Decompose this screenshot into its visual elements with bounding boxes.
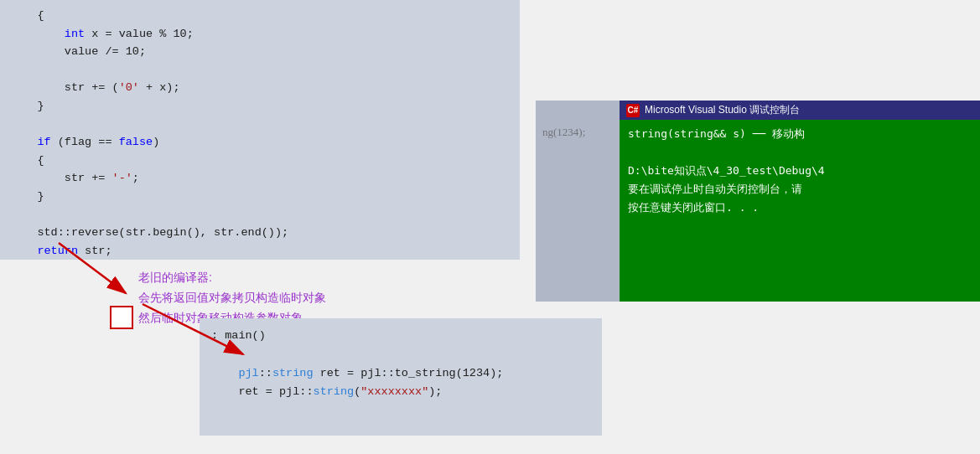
- console-title: Microsoft Visual Studio 调试控制台: [645, 103, 800, 117]
- code-line: str += '-';: [10, 169, 510, 188]
- code-line-bottom: [211, 345, 590, 364]
- code-line: std::reverse(str.begin(), str.end());: [10, 224, 510, 242]
- code-line: value /= 10;: [10, 43, 510, 61]
- console-line-5: 按任意键关闭此窗口. . .: [628, 199, 972, 217]
- console-gray-left: ng(1234);: [536, 101, 620, 302]
- console-line-4: 要在调试停止时自动关闭控制台，请: [628, 180, 972, 199]
- code-line: {: [10, 7, 510, 25]
- code-snippet-bottom: : main() pjl::string ret = pjl::to_strin…: [200, 318, 602, 436]
- annotation-line1: 老旧的编译器:: [138, 268, 326, 288]
- annotation-line2: 会先将返回值对象拷贝构造临时对象: [138, 288, 326, 308]
- code-line: if (flag == false): [10, 133, 510, 152]
- code-editor-top: { int x = value % 10; value /= 10; str +…: [0, 0, 520, 268]
- code-line-bottom: pjl::string ret = pjl::to_string(1234);: [211, 364, 590, 383]
- console-header: C# Microsoft Visual Studio 调试控制台: [620, 101, 980, 120]
- code-line: }: [10, 188, 510, 206]
- code-line: }: [10, 97, 510, 116]
- code-line: [10, 206, 510, 224]
- code-line: str += ('0' + x);: [10, 79, 510, 97]
- code-line: {: [10, 152, 510, 170]
- console-panel: C# Microsoft Visual Studio 调试控制台 string(…: [620, 101, 980, 302]
- console-icon: C#: [626, 104, 640, 117]
- console-line-2: [628, 143, 972, 162]
- code-line: [10, 61, 510, 80]
- console-content: string(string&& s) ── 移动构 D:\bite知识点\4_3…: [620, 120, 980, 222]
- annotation-rect: [110, 306, 133, 329]
- code-line-bottom: : main(): [211, 327, 590, 345]
- console-line-1: string(string&& s) ── 移动构: [628, 125, 972, 143]
- code-line: return str;: [10, 242, 510, 261]
- console-line-3: D:\bite知识点\4_30_test\Debug\4: [628, 162, 972, 180]
- code-line: int x = value % 10;: [10, 25, 510, 44]
- code-line-bottom: ret = pjl::string("xxxxxxxx");: [211, 383, 590, 401]
- code-line: [10, 116, 510, 134]
